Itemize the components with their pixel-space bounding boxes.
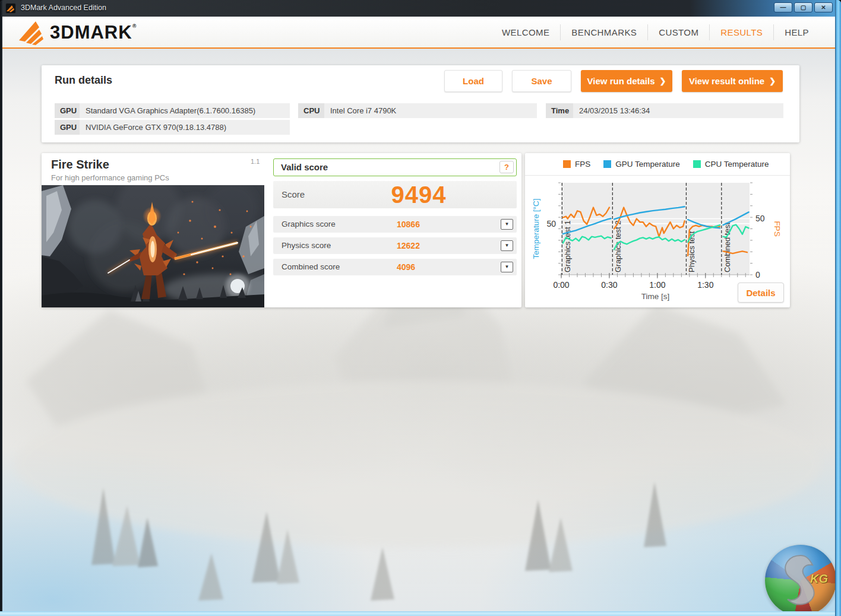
nav-custom[interactable]: CUSTOM bbox=[647, 24, 709, 40]
chart-legend: FPS GPU Temperature CPU Temperature bbox=[525, 153, 790, 176]
legend-fps-label: FPS bbox=[575, 160, 590, 169]
benchmark-name: Fire Strike bbox=[51, 158, 109, 172]
gpu-temp-swatch-icon bbox=[603, 160, 611, 168]
svg-text:1:00: 1:00 bbox=[649, 280, 665, 290]
valid-score-label: Valid score bbox=[281, 159, 328, 176]
time-value: 24/03/2015 13:46:34 bbox=[573, 103, 783, 118]
svg-text:50: 50 bbox=[755, 214, 765, 223]
help-button[interactable]: ? bbox=[499, 161, 514, 173]
legend-gpu-temperature[interactable]: GPU Temperature bbox=[603, 160, 680, 169]
3dmark-wing-logo-icon bbox=[18, 20, 45, 45]
cpu-label: CPU bbox=[298, 103, 324, 118]
legend-cpu-temp-label: CPU Temperature bbox=[705, 160, 769, 169]
monitoring-chart-card: FPS GPU Temperature CPU Temperature 0:00… bbox=[525, 153, 790, 307]
window-controls: — ▢ ✕ bbox=[774, 2, 833, 12]
svg-text:0: 0 bbox=[755, 270, 760, 280]
graphics-score-row: Graphics score 10866 ▼ bbox=[273, 216, 517, 233]
registered-mark: ® bbox=[132, 23, 137, 29]
chevron-right-icon: ❯ bbox=[660, 77, 666, 85]
gpu2-value: NVIDIA GeForce GTX 970(9.18.13.4788) bbox=[80, 120, 290, 135]
svg-text:Temperature [°C]: Temperature [°C] bbox=[532, 198, 540, 259]
svg-text:0:00: 0:00 bbox=[553, 280, 569, 290]
physics-score-row: Physics score 12622 ▼ bbox=[273, 237, 517, 254]
save-button[interactable]: Save bbox=[512, 70, 571, 92]
run-details-title: Run details bbox=[55, 74, 112, 87]
physics-score-label: Physics score bbox=[282, 237, 331, 254]
window-frame-bottom bbox=[0, 611, 841, 616]
legend-fps[interactable]: FPS bbox=[563, 160, 590, 169]
gpu2-label: GPU bbox=[55, 120, 80, 135]
fire-strike-image bbox=[42, 185, 264, 307]
watermark-text: KG bbox=[810, 572, 828, 586]
cpu-value: Intel Core i7 4790K bbox=[324, 103, 537, 118]
main-nav: WELCOME BENCHMARKS CUSTOM RESULTS HELP bbox=[491, 17, 820, 47]
view-run-details-button[interactable]: View run details ❯ bbox=[581, 70, 672, 92]
nav-results[interactable]: RESULTS bbox=[709, 24, 773, 40]
fps-swatch-icon bbox=[563, 160, 571, 168]
benchmark-version: 1.1 bbox=[251, 158, 260, 165]
load-button[interactable]: Load bbox=[444, 70, 502, 92]
gpu1-value: Standard VGA Graphics Adapter(6.1.7600.1… bbox=[80, 103, 290, 118]
fire-strike-artwork bbox=[42, 185, 264, 307]
nav-help[interactable]: HELP bbox=[773, 24, 820, 40]
graphics-score-expand-button[interactable]: ▼ bbox=[501, 219, 513, 230]
details-button[interactable]: Details bbox=[738, 282, 784, 303]
run-actions: Load Save View run details ❯ View result… bbox=[444, 70, 783, 92]
brand-text: 3DMARK® bbox=[50, 22, 137, 43]
minimize-button[interactable]: — bbox=[774, 2, 792, 12]
app-window: 3DMark Advanced Edition — ▢ ✕ 3DMARK® WE… bbox=[0, 0, 841, 616]
benchmark-card: Fire Strike For high performance gaming … bbox=[42, 153, 521, 307]
combined-score-value: 4096 bbox=[397, 259, 415, 275]
combined-score-expand-button[interactable]: ▼ bbox=[501, 262, 513, 272]
graphics-score-label: Graphics score bbox=[282, 216, 336, 233]
svg-text:Time [s]: Time [s] bbox=[641, 292, 670, 301]
total-score-row: Score 9494 bbox=[273, 181, 517, 208]
total-score-value: 9494 bbox=[297, 181, 540, 208]
svg-text:1:30: 1:30 bbox=[697, 280, 713, 290]
view-result-online-button[interactable]: View result online ❯ bbox=[682, 70, 783, 92]
app-icon bbox=[5, 3, 16, 14]
svg-text:FPS: FPS bbox=[773, 221, 782, 236]
title-bar: 3DMark Advanced Edition — ▢ ✕ bbox=[0, 0, 841, 17]
cpu-temp-swatch-icon bbox=[693, 160, 701, 168]
svg-text:0:30: 0:30 bbox=[601, 280, 617, 290]
app-header: 3DMARK® WELCOME BENCHMARKS CUSTOM RESULT… bbox=[2, 17, 835, 49]
gpu1-label: GPU bbox=[55, 103, 80, 118]
benchmark-subtitle: For high performance gaming PCs bbox=[51, 173, 169, 182]
svg-text:50: 50 bbox=[546, 219, 556, 228]
physics-score-expand-button[interactable]: ▼ bbox=[501, 240, 513, 251]
nav-welcome[interactable]: WELCOME bbox=[491, 24, 560, 40]
window-frame-left bbox=[0, 0, 2, 616]
run-details-card: Run details Load Save View run details ❯… bbox=[42, 65, 799, 142]
3dmark-logo: 3DMARK® bbox=[18, 20, 137, 45]
kitguru-watermark: KG bbox=[765, 545, 835, 611]
window-title: 3DMark Advanced Edition bbox=[21, 0, 106, 16]
view-result-online-label: View result online bbox=[689, 76, 764, 86]
combined-score-row: Combined score 4096 ▼ bbox=[273, 259, 517, 275]
content-area: Run details Load Save View run details ❯… bbox=[2, 49, 835, 611]
close-button[interactable]: ✕ bbox=[814, 2, 833, 12]
svg-text:Graphics test 1: Graphics test 1 bbox=[563, 221, 572, 272]
physics-score-value: 12622 bbox=[397, 237, 420, 254]
legend-gpu-temp-label: GPU Temperature bbox=[615, 160, 680, 169]
time-label: Time bbox=[546, 103, 573, 118]
view-run-details-label: View run details bbox=[587, 76, 655, 86]
valid-score-box: Valid score ? bbox=[273, 158, 517, 176]
window-frame-right bbox=[835, 0, 841, 616]
chevron-right-icon: ❯ bbox=[769, 77, 776, 85]
nav-benchmarks[interactable]: BENCHMARKS bbox=[560, 24, 647, 40]
maximize-button[interactable]: ▢ bbox=[794, 2, 812, 12]
3dmark-wing-icon bbox=[7, 5, 15, 12]
graphics-score-value: 10866 bbox=[397, 216, 420, 233]
combined-score-label: Combined score bbox=[282, 259, 340, 275]
legend-cpu-temperature[interactable]: CPU Temperature bbox=[693, 160, 769, 169]
